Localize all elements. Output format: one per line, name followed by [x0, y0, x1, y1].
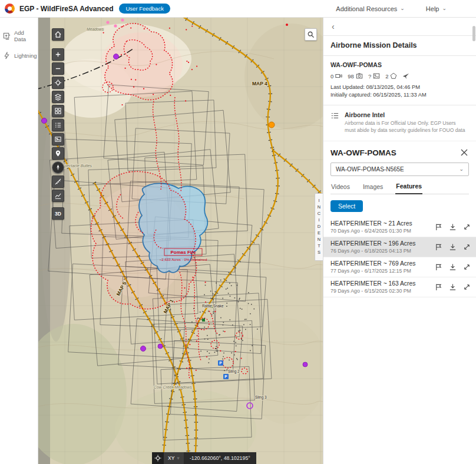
- coordinate-format-select[interactable]: XY ▾: [164, 452, 184, 464]
- feature-list: HEATPERIMETER ~ 21 Acres 70 Days Ago - 6…: [323, 217, 476, 297]
- feature-title: HEATPERIMETER ~ 21 Acres: [330, 220, 412, 227]
- coordinate-readout: -120.662060°, 48.102195°: [184, 452, 256, 464]
- feature-meta: 77 Days Ago - 6/17/2025 12:15 PM: [330, 268, 415, 274]
- capture-coordinates-button[interactable]: [152, 452, 164, 464]
- zoom-in-button[interactable]: [52, 48, 64, 61]
- feature-title: HEATPERIMETER ~ 196 Acres: [330, 240, 415, 247]
- map-search-button[interactable]: [305, 28, 317, 41]
- media-layer-button[interactable]: [52, 133, 64, 145]
- lightning-icon: [3, 52, 11, 59]
- tab-features[interactable]: Features: [395, 183, 422, 194]
- layers-icon: [54, 93, 62, 101]
- flag-icon[interactable]: [435, 223, 442, 231]
- additional-resources-menu[interactable]: Additional Resources ⌄: [336, 5, 405, 12]
- feature-meta: 79 Days Ago - 6/15/2025 02:30 PM: [330, 288, 415, 294]
- zoom-to-icon[interactable]: [463, 263, 471, 271]
- locate-button[interactable]: [52, 77, 64, 89]
- feature-title: HEATPERIMETER ~ 769 Acres: [330, 260, 415, 267]
- meadows-label: Meadows: [87, 27, 104, 31]
- close-selection-button[interactable]: [460, 148, 469, 157]
- home-icon: [54, 31, 62, 38]
- measure-icon: [54, 178, 62, 185]
- compass-needle-icon: [54, 164, 62, 171]
- basemap-button[interactable]: [52, 105, 64, 117]
- camera-icon: [356, 72, 363, 79]
- pin-button[interactable]: [52, 147, 64, 160]
- mission-counts: 0 98 ? 2: [330, 72, 469, 79]
- sidebar-item-add-data[interactable]: Add Data: [0, 25, 38, 47]
- sling3-label: Sling 3: [255, 395, 267, 400]
- help-menu[interactable]: Help ⌄: [426, 5, 447, 12]
- basemap-grid-icon: [54, 107, 62, 115]
- add-data-icon: [3, 32, 11, 40]
- map4-label: MAP 4: [252, 81, 267, 87]
- last-updated-text: Last Updated: 08/13/2025, 04:46 PM: [330, 84, 469, 91]
- zoom-to-icon[interactable]: [463, 223, 471, 231]
- panel-collapse-row: ‹: [323, 18, 476, 36]
- tab-videos[interactable]: Videos: [330, 183, 351, 194]
- flight-select-value: WA-OWF-POMAS-N565E: [336, 166, 404, 173]
- incidents-panel-tab[interactable]: INCIDENTS: [315, 193, 323, 261]
- feature-row[interactable]: HEATPERIMETER ~ 196 Acres 76 Days Ago - …: [323, 237, 476, 257]
- feature-meta: 70 Days Ago - 6/24/2025 01:30 PM: [330, 228, 412, 234]
- compass-button[interactable]: [52, 161, 64, 174]
- airborne-intel-icon: [330, 111, 339, 120]
- chevron-down-icon: ▾: [177, 456, 180, 461]
- helispot-p-marker: P: [219, 361, 222, 365]
- left-sidebar: Add Data Lightning: [0, 18, 38, 464]
- download-icon[interactable]: [449, 283, 457, 291]
- layers-button[interactable]: [52, 91, 64, 103]
- flag-icon[interactable]: [435, 283, 442, 291]
- zoom-to-icon[interactable]: [463, 243, 471, 251]
- chevron-down-icon: ⌄: [459, 167, 464, 172]
- feature-row[interactable]: HEATPERIMETER ~ 769 Acres 77 Days Ago - …: [323, 257, 476, 277]
- download-icon[interactable]: [449, 223, 457, 231]
- select-button[interactable]: Select: [330, 200, 363, 212]
- video-icon: [335, 72, 342, 79]
- 3d-toggle-button[interactable]: 3D: [52, 207, 64, 220]
- feature-meta: 76 Days Ago - 6/18/2025 04:13 PM: [330, 248, 415, 254]
- map-graphics: P P MAP 4 MAP 5 MAP 1 Pomas Fire ~2,633 …: [38, 18, 323, 464]
- sidebar-item-lightning[interactable]: Lightning: [0, 47, 38, 64]
- helispot-p-marker: P: [224, 374, 227, 379]
- zoom-to-icon[interactable]: [463, 283, 471, 291]
- image-icon: [54, 135, 62, 143]
- download-icon[interactable]: [449, 263, 457, 271]
- header: EGP - WildFireSA Advanced User Feedback …: [0, 0, 476, 18]
- panel-scrollbar[interactable]: [472, 26, 475, 41]
- mission-summary: WA-OWF-POMAS 0 98 ? 2 Last Updated: 08/1…: [323, 56, 476, 105]
- map-canvas[interactable]: P P MAP 4 MAP 5 MAP 1 Pomas Fire ~2,633 …: [38, 18, 323, 464]
- fire-detail-label: ~2,633 Acres - 0% Contained: [160, 257, 207, 261]
- plus-icon: [54, 51, 62, 58]
- panel-title: Airborne Mission Details: [323, 36, 476, 56]
- tab-images[interactable]: Images: [362, 183, 384, 194]
- close-icon: [461, 149, 468, 156]
- feature-row[interactable]: HEATPERIMETER ~ 21 Acres 70 Days Ago - 6…: [323, 217, 476, 237]
- egp-logo: [5, 4, 15, 14]
- fire-name-label: Pomas Fire: [170, 250, 196, 255]
- chevron-down-icon: ⌄: [400, 6, 405, 11]
- user-feedback-button[interactable]: User Feedback: [119, 4, 170, 14]
- app-title: EGP - WildFireSA Advanced: [19, 5, 113, 13]
- fouo-notice: Airborne data is For Official Use Only. …: [345, 120, 465, 134]
- flight-select-dropdown[interactable]: WA-OWF-POMAS-N565E ⌄: [330, 163, 469, 176]
- airborne-intel-note: Airborne Intel Airborne data is For Offi…: [323, 105, 476, 141]
- airborne-mission-panel: ‹ Airborne Mission Details WA-OWF-POMAS …: [323, 18, 476, 464]
- media-tabs: Videos Images Features: [330, 183, 469, 194]
- locate-icon: [54, 79, 62, 87]
- collapse-panel-button[interactable]: ‹: [327, 21, 339, 32]
- flag-icon[interactable]: [435, 243, 442, 251]
- rattlesnake-label: Rattle Snake: [202, 304, 224, 308]
- pin-icon: [54, 150, 62, 157]
- legend-button[interactable]: [52, 119, 64, 131]
- zoom-out-button[interactable]: [52, 62, 64, 75]
- flag-icon[interactable]: [435, 263, 442, 271]
- home-button[interactable]: [52, 28, 64, 41]
- header-nav: Additional Resources ⌄ Help ⌄: [336, 5, 476, 12]
- selection-title: WA-OWF-POMAS: [330, 148, 396, 157]
- measure-button[interactable]: [52, 175, 64, 188]
- download-icon[interactable]: [449, 243, 457, 251]
- elevation-profile-button[interactable]: [52, 190, 64, 202]
- features-icon: [390, 72, 397, 79]
- feature-row[interactable]: HEATPERIMETER ~ 163 Acres 79 Days Ago - …: [323, 277, 476, 297]
